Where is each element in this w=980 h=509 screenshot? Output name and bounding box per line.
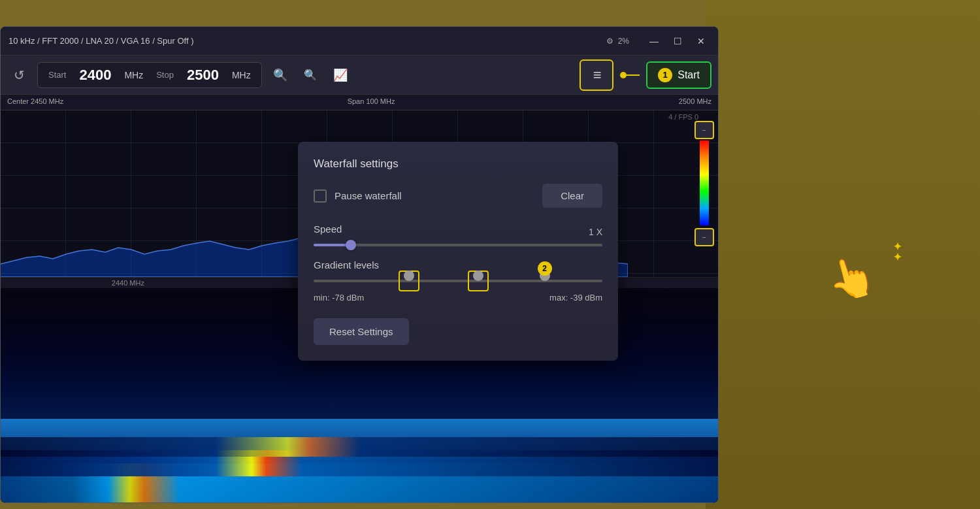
stop-freq-value: 2500 xyxy=(187,67,219,84)
zoom-in-icon: 🔍 xyxy=(273,68,287,82)
gradient-thumb1[interactable] xyxy=(404,271,414,281)
close-button[interactable]: ✕ xyxy=(692,32,710,50)
title-controls: ⚙ 2% — ☐ ✕ xyxy=(606,32,710,50)
reset-settings-button[interactable]: Reset Settings xyxy=(314,318,409,345)
frequency-display: Start 2400 MHz Stop 2500 MHz xyxy=(37,62,262,88)
gradient-thumb2[interactable] xyxy=(473,271,483,281)
chart-button[interactable]: 📈 xyxy=(329,63,352,87)
speed-slider-thumb[interactable] xyxy=(346,240,356,250)
pause-waterfall-checkbox[interactable] xyxy=(314,189,327,203)
start-button[interactable]: 1 Start xyxy=(646,61,711,89)
waterfall-settings-popup: Waterfall settings Pause waterfall Clear… xyxy=(298,142,618,361)
waterfall-button[interactable]: ≡ xyxy=(580,59,613,91)
toolbar: ↺ Start 2400 MHz Stop 2500 MHz 🔍 🔍 📈 ≡ xyxy=(1,56,718,95)
start-badge: 1 xyxy=(658,68,672,82)
connection-indicator xyxy=(620,72,640,78)
gradient-minmax: min: -78 dBm max: -39 dBm xyxy=(314,293,602,303)
start-freq-label: Start xyxy=(48,70,66,80)
maximize-button[interactable]: ☐ xyxy=(668,32,687,50)
color-scale: − − xyxy=(694,121,714,246)
start-label: Start xyxy=(678,69,700,81)
clear-button[interactable]: Clear xyxy=(542,184,602,208)
pause-left: Pause waterfall xyxy=(314,189,402,203)
pause-waterfall-label: Pause waterfall xyxy=(335,190,402,201)
zoom-out-button[interactable]: 🔍 xyxy=(299,63,322,87)
zoom-out-icon: 🔍 xyxy=(304,69,317,81)
center-freq-label: Center 2450 MHz xyxy=(7,97,63,107)
connection-line xyxy=(627,74,640,76)
start-freq-unit: MHz xyxy=(124,70,143,80)
color-gradient-bar xyxy=(700,140,709,225)
popup-title: Waterfall settings xyxy=(314,157,602,171)
speed-row: Speed 1 X xyxy=(314,223,602,240)
gradient-max-label: max: -39 dBm xyxy=(549,293,602,303)
minimize-button[interactable]: — xyxy=(645,32,663,50)
stop-freq-label: Stop xyxy=(156,70,174,80)
minus-icon: − xyxy=(702,127,706,134)
connection-dot xyxy=(620,72,627,78)
gradient-min-label: min: -78 dBm xyxy=(314,293,364,303)
right-freq-label: 2500 MHz xyxy=(679,97,711,107)
reset-button[interactable]: ↺ xyxy=(7,63,31,87)
gradient-badge-2: 2 xyxy=(538,261,552,276)
speed-value: 1 X xyxy=(589,227,602,237)
app-window: 10 kHz / FFT 2000 / LNA 20 / VGA 16 / Sp… xyxy=(0,26,719,503)
cpu-usage: ⚙ 2% xyxy=(606,37,634,46)
window-title: 10 kHz / FFT 2000 / LNA 20 / VGA 16 / Sp… xyxy=(8,36,194,46)
waterfall-icon: ≡ xyxy=(593,67,600,84)
stop-freq-unit: MHz xyxy=(232,70,251,80)
gradient-thumb3-container: 2 xyxy=(540,276,550,286)
title-bar: 10 kHz / FFT 2000 / LNA 20 / VGA 16 / Sp… xyxy=(1,27,718,56)
speed-slider-track[interactable] xyxy=(314,244,602,246)
scale-bottom-button[interactable]: − xyxy=(694,228,714,246)
cpu-icon: ⚙ xyxy=(606,37,613,46)
gradient-slider-track[interactable]: 2 xyxy=(314,280,602,282)
speed-label: Speed xyxy=(314,223,342,235)
start-freq-value: 2400 xyxy=(79,67,111,84)
gradient-row: Gradient levels xyxy=(314,259,602,276)
span-label: Span 100 MHz xyxy=(348,97,395,107)
minus-icon-2: − xyxy=(702,234,706,241)
freq-bottom-1: 2440 MHz xyxy=(112,279,144,287)
scale-top-button[interactable]: − xyxy=(694,121,714,139)
freq-labels-top: Center 2450 MHz Span 100 MHz 2500 MHz xyxy=(1,95,718,110)
pause-row: Pause waterfall Clear xyxy=(314,184,602,208)
chart-icon: 📈 xyxy=(333,68,348,82)
gradient-label: Gradient levels xyxy=(314,259,379,271)
fps-display: 4 / FPS 0 xyxy=(668,113,698,121)
zoom-in-button[interactable]: 🔍 xyxy=(269,63,292,87)
